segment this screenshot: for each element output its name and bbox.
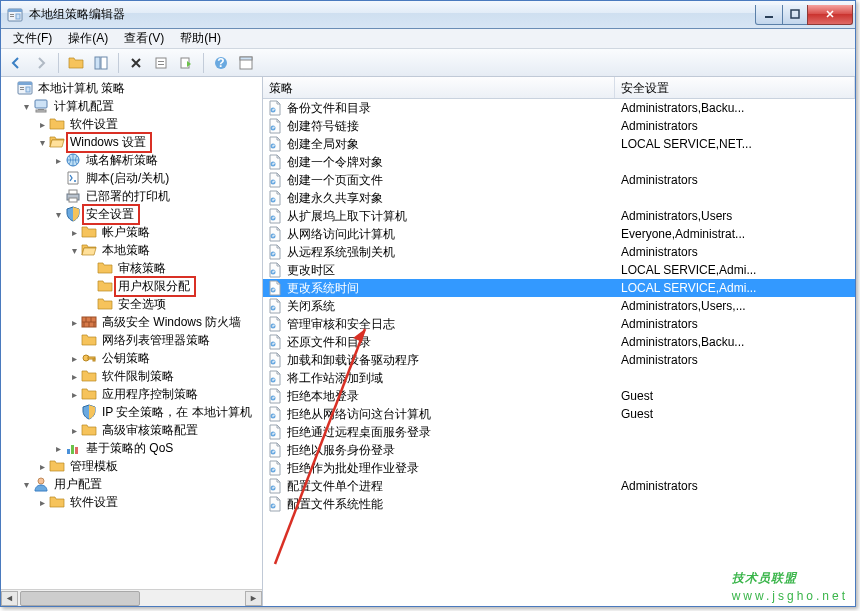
list-row[interactable]: 拒绝从网络访问这台计算机Guest xyxy=(263,405,855,423)
app-icon xyxy=(7,7,23,23)
security-setting: Guest xyxy=(615,389,855,403)
tree-hscrollbar[interactable]: ◄► xyxy=(1,589,262,606)
expand-toggle-icon[interactable]: ▸ xyxy=(67,227,81,238)
delete-button[interactable] xyxy=(125,52,147,74)
expand-toggle-icon[interactable]: ▸ xyxy=(51,155,65,166)
list-row[interactable]: 拒绝通过远程桌面服务登录 xyxy=(263,423,855,441)
expand-toggle-icon[interactable]: ▸ xyxy=(67,371,81,382)
expand-toggle-icon[interactable]: ▾ xyxy=(35,137,49,148)
titlebar[interactable]: 本地组策略编辑器 xyxy=(1,1,855,29)
chart-icon xyxy=(65,440,81,456)
menu-action[interactable]: 操作(A) xyxy=(60,28,116,49)
list-row[interactable]: 从扩展坞上取下计算机Administrators,Users xyxy=(263,207,855,225)
policy-name: 将工作站添加到域 xyxy=(287,370,383,387)
export-button[interactable] xyxy=(175,52,197,74)
list-row[interactable]: 拒绝本地登录Guest xyxy=(263,387,855,405)
list-row[interactable]: 从远程系统强制关机Administrators xyxy=(263,243,855,261)
list-row[interactable]: 从网络访问此计算机Everyone,Administrat... xyxy=(263,225,855,243)
tree-item-net_list_mgr[interactable]: 网络列表管理器策略 xyxy=(1,331,262,349)
list-row[interactable]: 还原文件和目录Administrators,Backu... xyxy=(263,333,855,351)
tree-item-adv_firewall[interactable]: ▸高级安全 Windows 防火墙 xyxy=(1,313,262,331)
list-row[interactable]: 配置文件单个进程Administrators xyxy=(263,477,855,495)
expand-toggle-icon[interactable]: ▸ xyxy=(67,425,81,436)
list-row[interactable]: 将工作站添加到域 xyxy=(263,369,855,387)
expand-toggle-icon[interactable]: ▸ xyxy=(67,317,81,328)
list-row[interactable]: 备份文件和目录Administrators,Backu... xyxy=(263,99,855,117)
firewall-icon xyxy=(81,314,97,330)
tree-item-admin_templates[interactable]: ▸管理模板 xyxy=(1,457,262,475)
expand-toggle-icon[interactable]: ▾ xyxy=(19,101,33,112)
tree-item-app_control[interactable]: ▸应用程序控制策略 xyxy=(1,385,262,403)
policy-icon xyxy=(267,334,283,350)
maximize-button[interactable] xyxy=(782,5,808,25)
expand-toggle-icon[interactable]: ▾ xyxy=(67,245,81,256)
tree-item-user_software[interactable]: ▸软件设置 xyxy=(1,493,262,511)
tree-item-computer_config[interactable]: ▾计算机配置 xyxy=(1,97,262,115)
tree-item-software_restrict[interactable]: ▸软件限制策略 xyxy=(1,367,262,385)
tree-item-printers[interactable]: 已部署的打印机 xyxy=(1,187,262,205)
list-row[interactable]: 创建全局对象LOCAL SERVICE,NET... xyxy=(263,135,855,153)
policy-icon xyxy=(267,424,283,440)
tree-item-root[interactable]: 本地计算机 策略 xyxy=(1,79,262,97)
list-header[interactable]: 策略 安全设置 xyxy=(263,77,855,99)
expand-toggle-icon[interactable]: ▸ xyxy=(67,389,81,400)
menu-help[interactable]: 帮助(H) xyxy=(172,28,229,49)
list-row[interactable]: 创建符号链接Administrators xyxy=(263,117,855,135)
list-row[interactable]: 拒绝作为批处理作业登录 xyxy=(263,459,855,477)
list-pane[interactable]: 策略 安全设置 备份文件和目录Administrators,Backu...创建… xyxy=(263,77,855,606)
list-row[interactable]: 更改系统时间LOCAL SERVICE,Admi... xyxy=(263,279,855,297)
tree-item-dns_policy[interactable]: ▸域名解析策略 xyxy=(1,151,262,169)
tree-item-security_settings[interactable]: ▾安全设置 xyxy=(1,205,262,223)
expand-toggle-icon[interactable]: ▸ xyxy=(35,119,49,130)
tree-item-user_config[interactable]: ▾用户配置 xyxy=(1,475,262,493)
tree-item-public_key[interactable]: ▸公钥策略 xyxy=(1,349,262,367)
policy-name: 拒绝作为批处理作业登录 xyxy=(287,460,419,477)
tree-item-windows_settings[interactable]: ▾Windows 设置 xyxy=(1,133,262,151)
tree-item-local_policies[interactable]: ▾本地策略 xyxy=(1,241,262,259)
expand-toggle-icon[interactable]: ▸ xyxy=(67,353,81,364)
list-row[interactable]: 创建一个令牌对象 xyxy=(263,153,855,171)
list-row[interactable]: 加载和卸载设备驱动程序Administrators xyxy=(263,351,855,369)
expand-toggle-icon[interactable]: ▸ xyxy=(35,461,49,472)
back-button[interactable] xyxy=(5,52,27,74)
list-row[interactable]: 创建永久共享对象 xyxy=(263,189,855,207)
list-row[interactable]: 配置文件系统性能 xyxy=(263,495,855,513)
tree-item-scripts[interactable]: 脚本(启动/关机) xyxy=(1,169,262,187)
list-row[interactable]: 管理审核和安全日志Administrators xyxy=(263,315,855,333)
expand-toggle-icon[interactable]: ▸ xyxy=(35,497,49,508)
column-security[interactable]: 安全设置 xyxy=(615,77,855,98)
list-row[interactable]: 关闭系统Administrators,Users,... xyxy=(263,297,855,315)
policy-icon xyxy=(267,442,283,458)
list-body[interactable]: 备份文件和目录Administrators,Backu...创建符号链接Admi… xyxy=(263,99,855,606)
tree-pane[interactable]: 本地计算机 策略▾计算机配置▸软件设置▾Windows 设置▸域名解析策略脚本(… xyxy=(1,77,263,606)
tree-item-security_options[interactable]: 安全选项 xyxy=(1,295,262,313)
help-button[interactable]: ? xyxy=(210,52,232,74)
svg-rect-35 xyxy=(240,57,252,60)
toggle-pane-button[interactable] xyxy=(235,52,257,74)
folder-icon xyxy=(97,260,113,276)
tree-item-ipsec[interactable]: IP 安全策略，在 本地计算机 xyxy=(1,403,262,421)
expand-toggle-icon[interactable]: ▾ xyxy=(19,479,33,490)
up-folder-button[interactable] xyxy=(65,52,87,74)
expand-toggle-icon[interactable]: ▸ xyxy=(51,443,65,454)
tree-label: 脚本(启动/关机) xyxy=(84,170,171,187)
tree-item-adv_audit[interactable]: ▸高级审核策略配置 xyxy=(1,421,262,439)
minimize-button[interactable] xyxy=(755,5,783,25)
tree-item-audit_policy[interactable]: 审核策略 xyxy=(1,259,262,277)
menu-view[interactable]: 查看(V) xyxy=(116,28,172,49)
close-button[interactable] xyxy=(807,5,853,25)
tree-item-user_rights[interactable]: 用户权限分配 xyxy=(1,277,262,295)
expand-toggle-icon[interactable]: ▾ xyxy=(51,209,65,220)
list-row[interactable]: 创建一个页面文件Administrators xyxy=(263,171,855,189)
menu-file[interactable]: 文件(F) xyxy=(5,28,60,49)
tree-item-qos[interactable]: ▸基于策略的 QoS xyxy=(1,439,262,457)
list-row[interactable]: 更改时区LOCAL SERVICE,Admi... xyxy=(263,261,855,279)
show-tree-button[interactable] xyxy=(90,52,112,74)
tree-item-account_policies[interactable]: ▸帐户策略 xyxy=(1,223,262,241)
column-policy[interactable]: 策略 xyxy=(263,77,615,98)
forward-button[interactable] xyxy=(30,52,52,74)
tree-item-software_settings[interactable]: ▸软件设置 xyxy=(1,115,262,133)
tree-label: 高级安全 Windows 防火墙 xyxy=(100,314,243,331)
properties-button[interactable] xyxy=(150,52,172,74)
list-row[interactable]: 拒绝以服务身份登录 xyxy=(263,441,855,459)
